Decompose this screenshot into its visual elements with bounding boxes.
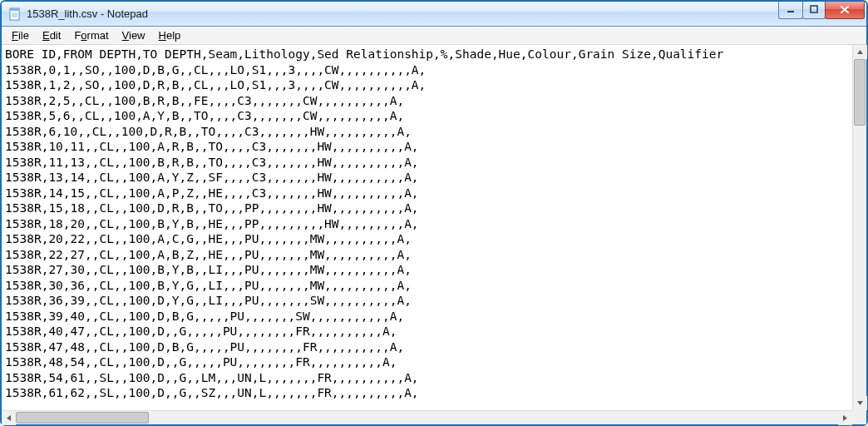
menu-bar: File Edit Format View Help <box>2 27 866 45</box>
svg-rect-6 <box>811 6 817 12</box>
vertical-scroll-thumb[interactable] <box>854 59 866 126</box>
scroll-down-arrow-icon[interactable] <box>853 396 867 410</box>
horizontal-scrollbar[interactable] <box>2 410 852 424</box>
minimize-button[interactable] <box>778 2 803 19</box>
scroll-up-arrow-icon[interactable] <box>853 45 867 59</box>
menu-view[interactable]: View <box>116 27 152 43</box>
menu-help[interactable]: Help <box>152 27 188 43</box>
horizontal-scroll-thumb[interactable] <box>16 412 149 424</box>
notepad-icon <box>8 7 22 21</box>
scroll-left-arrow-icon[interactable] <box>2 411 16 425</box>
maximize-button[interactable] <box>802 2 826 19</box>
content-area: BORE ID,FROM DEPTH,TO DEPTH,Seam,Litholo… <box>2 45 866 424</box>
window-controls <box>779 2 865 19</box>
menu-edit[interactable]: Edit <box>36 27 67 43</box>
window-title: 1538R_lith.csv - Notepad <box>27 7 779 20</box>
scroll-corner <box>852 410 866 424</box>
menu-format[interactable]: Format <box>67 27 115 43</box>
horizontal-scroll-track[interactable] <box>16 411 838 424</box>
scroll-right-arrow-icon[interactable] <box>838 411 852 425</box>
menu-file[interactable]: File <box>5 27 36 43</box>
svg-rect-1 <box>10 8 19 11</box>
svg-rect-5 <box>787 11 794 12</box>
vertical-scroll-track[interactable] <box>853 59 866 396</box>
text-area[interactable]: BORE ID,FROM DEPTH,TO DEPTH,Seam,Litholo… <box>2 45 866 424</box>
close-button[interactable] <box>825 2 865 19</box>
vertical-scrollbar[interactable] <box>852 45 866 410</box>
file-text[interactable]: BORE ID,FROM DEPTH,TO DEPTH,Seam,Litholo… <box>2 45 866 403</box>
title-bar: 1538R_lith.csv - Notepad <box>2 2 866 27</box>
